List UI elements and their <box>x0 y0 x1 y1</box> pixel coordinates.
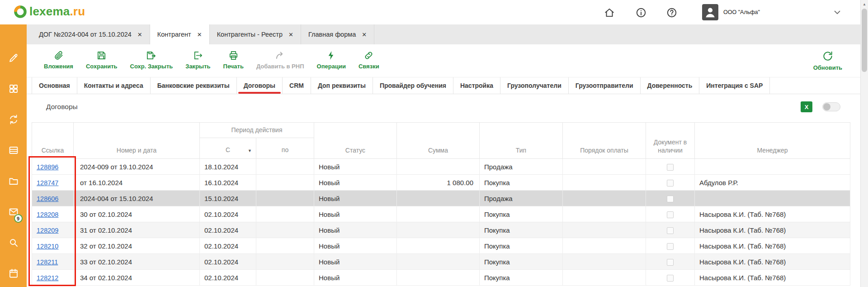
tab-kontragenty-reestr[interactable]: Контрагенты - Реестр✕ <box>210 24 301 44</box>
grid-settings-toggle[interactable] <box>822 102 840 111</box>
subtab-nastroyka[interactable]: Настройка <box>453 77 500 94</box>
subtab-provider-obucheniya[interactable]: Провайдер обучения <box>373 77 453 94</box>
subtab-bankovskie-rekvizity[interactable]: Банковские реквизиты <box>151 77 237 94</box>
sidebar-calendar-button[interactable] <box>8 268 19 279</box>
scroll-up-arrow[interactable]: ▲ <box>861 1 868 7</box>
contract-link[interactable]: 128210 <box>37 243 58 250</box>
subtab-gruzopoluchateli[interactable]: Грузополучатели <box>500 77 569 94</box>
document-checkbox[interactable] <box>667 259 674 266</box>
col-header-manager[interactable]: Менеджер <box>695 123 850 159</box>
sidebar-modules-button[interactable] <box>8 83 19 94</box>
tab-contract-doc[interactable]: ДОГ №2024-004 от 15.10.2024✕ <box>32 24 150 44</box>
sidebar-search-button[interactable] <box>8 237 19 248</box>
attachments-button[interactable]: Вложения <box>39 49 78 71</box>
tab-close-icon[interactable]: ✕ <box>197 31 202 38</box>
save-close-button[interactable]: Сохр. Закрыть <box>126 49 178 71</box>
info-button[interactable] <box>635 7 647 19</box>
document-checkbox[interactable] <box>667 196 674 202</box>
col-header-date-from[interactable]: С▼ <box>200 138 256 159</box>
amount-cell <box>397 254 480 270</box>
amount-cell: 1 080.00 <box>397 175 480 191</box>
col-header-document[interactable]: Документ в наличии <box>646 123 695 159</box>
subtab-crm[interactable]: CRM <box>283 77 311 94</box>
manager-cell <box>695 159 850 175</box>
col-header-link[interactable]: Ссылка <box>32 123 74 159</box>
type-cell: Продажа <box>480 159 563 175</box>
table-row[interactable]: 128210 32 от 02.10.2024 02.10.2024 Новый… <box>32 238 850 254</box>
lexema-logo[interactable]: lexema.ru <box>14 5 85 19</box>
contract-link[interactable]: 128211 <box>37 258 58 266</box>
subtab-dop-rekvizity[interactable]: Доп реквизиты <box>311 77 373 94</box>
payment-cell <box>563 222 646 238</box>
contract-link[interactable]: 128208 <box>37 211 58 218</box>
home-button[interactable] <box>604 7 615 19</box>
account-menu-button[interactable] <box>832 7 842 17</box>
subtab-dogovory[interactable]: Договоры <box>237 77 283 94</box>
help-button[interactable] <box>666 7 678 19</box>
company-name[interactable]: ООО "Альфа" <box>723 0 760 24</box>
contract-link[interactable]: 128747 <box>37 179 58 187</box>
document-checkbox[interactable] <box>667 180 674 187</box>
sidebar-sync-button[interactable] <box>8 114 19 125</box>
user-avatar[interactable] <box>702 4 718 20</box>
manager-cell: Насырова К.И. (Таб. №768) <box>695 238 850 254</box>
table-row[interactable]: 128208 30 от 02.10.2024 02.10.2024 Новый… <box>32 206 850 222</box>
document-checkbox[interactable] <box>667 243 674 250</box>
document-checkbox[interactable] <box>667 164 674 171</box>
type-cell: Покупка <box>480 238 563 254</box>
subtab-gruzootpraviteli[interactable]: Грузоотправители <box>569 77 641 94</box>
subtab-integraciya-sap[interactable]: Интеграция с SAP <box>699 77 770 94</box>
contract-link[interactable]: 128606 <box>37 195 58 202</box>
subtab-osnovnaya[interactable]: Основная <box>32 77 77 94</box>
operations-button[interactable]: Операции <box>312 49 350 71</box>
table-row[interactable]: 128212 34 от 02.10.2024 02.10.2024 Новый… <box>32 270 850 286</box>
tab-close-icon[interactable]: ✕ <box>137 31 142 38</box>
table-row[interactable]: 128747 от 16.10.2024 16.10.2024 Новый 1 … <box>32 175 850 191</box>
document-checkbox[interactable] <box>667 275 674 282</box>
add-rnp-button[interactable]: Добавить в РНП <box>252 49 309 71</box>
tab-close-icon[interactable]: ✕ <box>362 31 367 38</box>
status-cell: Новый <box>314 159 397 175</box>
contract-link[interactable]: 128209 <box>37 227 58 234</box>
col-header-status[interactable]: Статус <box>314 123 397 159</box>
close-button[interactable]: Закрыть <box>181 49 215 71</box>
tab-kontragent[interactable]: Контрагент✕ <box>150 24 210 44</box>
excel-export-button[interactable]: X <box>801 101 812 112</box>
sidebar-folder-button[interactable] <box>8 176 19 187</box>
subtab-doverennost[interactable]: Доверенность <box>641 77 700 94</box>
button-label: Сохр. Закрыть <box>130 63 173 70</box>
col-header-type[interactable]: Тип <box>480 123 563 159</box>
document-checkbox[interactable] <box>667 227 674 234</box>
document-checkbox[interactable] <box>667 211 674 218</box>
table-row[interactable]: 128896 2024-009 от 19.10.2024 18.10.2024… <box>32 159 850 175</box>
table-row[interactable]: 128211 33 от 02.10.2024 02.10.2024 Новый… <box>32 254 850 270</box>
links-button[interactable]: Связки <box>354 49 384 71</box>
manager-cell <box>695 191 850 206</box>
table-row[interactable]: 128209 31 от 02.10.2024 02.10.2024 Новый… <box>32 222 850 238</box>
col-header-number[interactable]: Номер и дата <box>74 123 200 159</box>
col-header-payment[interactable]: Порядок оплаты <box>563 123 646 159</box>
sidebar-mail-button[interactable]: 9 <box>8 206 19 217</box>
date-to-cell <box>256 238 314 254</box>
tab-close-icon[interactable]: ✕ <box>288 31 293 38</box>
scrollbar-thumb[interactable] <box>862 9 867 72</box>
table-row-selected[interactable]: 128606 2024-004 от 15.10.2024 15.10.2024… <box>32 191 850 206</box>
tab-glavnaya-forma[interactable]: Главная форма✕ <box>301 24 374 44</box>
col-header-amount[interactable]: Сумма <box>397 123 480 159</box>
contract-link[interactable]: 128212 <box>37 274 58 282</box>
sort-desc-icon[interactable]: ▼ <box>248 148 252 153</box>
sidebar-list-button[interactable] <box>8 145 19 156</box>
date-to-cell <box>256 175 314 191</box>
contract-link[interactable]: 128896 <box>37 163 58 171</box>
sidebar-edit-button[interactable] <box>8 53 19 63</box>
subtab-kontakty-i-adresa[interactable]: Контакты и адреса <box>77 77 151 94</box>
save-button[interactable]: Сохранить <box>81 49 122 71</box>
print-icon <box>228 50 239 61</box>
date-to-cell <box>256 270 314 286</box>
section-controls: X <box>801 101 840 112</box>
tab-label: Контрагенты - Реестр <box>217 31 283 38</box>
button-label: Вложения <box>44 63 73 70</box>
refresh-button[interactable]: Обновить <box>809 49 847 72</box>
col-header-date-to[interactable]: по <box>256 138 314 159</box>
print-button[interactable]: Печать <box>219 49 248 71</box>
